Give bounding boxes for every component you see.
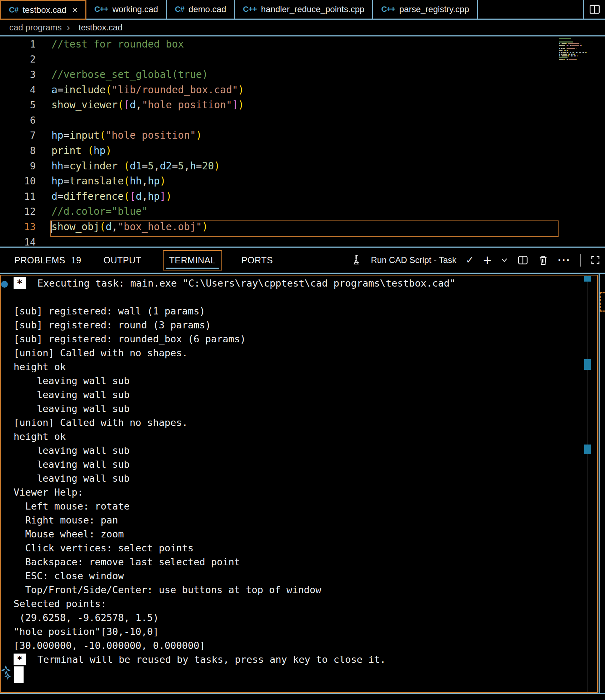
token-p1: ( [124,175,130,187]
minimap-line [559,48,587,49]
tab-demo.cad[interactable]: C#demo.cad [167,0,235,19]
token-fn: translate [70,175,124,187]
terminal-text: [sub] registered: rounded_box (6 params) [14,333,246,344]
token-v: d [51,190,58,202]
token-op: , [184,160,190,172]
terminal-row: [sub] registered: rounded_box (6 params) [14,332,597,346]
breadcrumb: cad programs › testbox.cad [0,20,605,36]
minimap[interactable] [559,38,587,62]
token-op: , [136,99,142,111]
terminal-row: leaving wall sub [14,457,597,471]
maximize-panel-button[interactable] [590,255,601,265]
token-p1: ) [202,221,208,233]
terminal-row: ESC: close window [14,569,597,583]
terminal-text: ESC: close window [14,570,124,581]
sparkle-icon[interactable] [1,665,13,682]
code-text: d=difference([d,hp]) [36,190,172,202]
panel-tab-ports[interactable]: PORTS [241,251,274,270]
split-terminal-button[interactable] [517,254,529,266]
token-n: 5 [148,160,154,172]
close-tab-icon[interactable]: × [72,5,78,15]
terminal-text: Left mouse: rotate [14,501,130,512]
tab-parse_registry.cpp[interactable]: C++parse_registry.cpp [373,0,478,19]
token-p1: ) [238,84,244,96]
token-v: d [136,190,142,202]
more-actions-button[interactable]: ··· [558,254,571,266]
terminal-row: [sub] registered: round (3 params) [14,318,597,332]
token-op: = [58,190,64,202]
scrollbar-mark [584,276,591,282]
line-number: 12 [0,206,36,217]
terminal-dropdown-button[interactable] [501,258,508,263]
panel-tab-label: PORTS [241,255,273,265]
token-cm: //verbose_set_global(true) [51,69,208,80]
token-v: hp [148,190,160,202]
code-editor[interactable]: 1//test for rounded box23//verbose_set_g… [0,36,605,247]
panel-tab-problems[interactable]: PROBLEMS19 [14,251,82,270]
cpp-file-icon: C++ [243,5,257,14]
token-fn: difference [64,190,124,202]
token-op [81,145,88,157]
panel-tab-terminal[interactable]: TERMINAL [163,250,222,270]
panel-tab-label: PROBLEMS [14,255,65,265]
breadcrumb-folder[interactable]: cad programs [9,23,62,33]
token-n: 20 [202,160,214,172]
code-line: 2 [0,52,605,67]
panel-header: PROBLEMS19OUTPUTTERMINALPORTS Run CAD Sc… [0,247,605,274]
token-v: hh [130,175,142,187]
split-editor-button[interactable] [583,0,605,19]
token-op: , [142,190,148,202]
line-number: 5 [0,99,36,110]
line-number: 6 [0,115,36,126]
split-editor-icon [589,3,601,15]
code-text: //test for rounded box [36,38,184,50]
tab-testbox.cad[interactable]: C#testbox.cad× [0,0,86,20]
token-p1: ( [88,145,94,157]
code-text: hp=input("hole position") [36,129,202,141]
token-fn: show_viewer [51,99,118,111]
minimap-line [559,57,587,58]
task-label[interactable]: Run CAD Script - Task [371,255,456,265]
minimap-line [559,55,587,56]
token-p1: ) [160,175,166,187]
terminal-text: height ok [14,361,66,372]
code-line: 1//test for rounded box [0,36,605,52]
code-line: 7hp=input("hole position") [0,128,605,143]
breadcrumb-file[interactable]: testbox.cad [75,23,122,33]
tab-handler_reduce_points.cpp[interactable]: C++handler_reduce_points.cpp [235,0,373,19]
trash-icon [538,254,549,266]
terminal-row: Selected points: [14,597,597,611]
line-number: 14 [0,237,36,247]
token-v: h [190,160,196,172]
new-terminal-button[interactable]: + [483,253,491,267]
terminal-scrollbar[interactable] [587,275,588,692]
line-number: 8 [0,145,36,156]
task-marker-badge: * [14,654,26,665]
terminal-row [14,290,597,304]
terminal-row: leaving wall sub [14,471,597,485]
minimap-line [559,52,587,53]
scrollbar-mark [584,359,591,370]
terminal-output[interactable]: * Executing task: main.exe "C:\Users\ray… [0,275,598,693]
terminal-text: (29.6258, -9.62578, 1.5) [14,612,159,623]
panel-actions-divider [580,254,581,267]
token-p2: [ [124,99,130,111]
token-fn: print [51,145,81,157]
token-p2: ] [232,99,238,111]
kill-terminal-button[interactable] [538,254,549,266]
code-lines: 1//test for rounded box23//verbose_set_g… [0,36,605,247]
token-cm: //test for rounded box [51,38,184,50]
tab-bar: C#testbox.cad×C++working.cadC#demo.cadC+… [0,0,605,20]
terminal-text: Terminal will be reused by tasks, press … [26,654,386,665]
terminal-row: Viewer Help: [14,485,597,499]
terminal-text: leaving wall sub [14,445,130,456]
terminal-text: [union] Called with no shapes. [14,417,188,428]
token-p1: ) [166,190,172,202]
panel-tab-output[interactable]: OUTPUT [103,251,142,270]
terminal-row: [sub] registered: wall (1 params) [14,304,597,318]
code-line: 8print (hp) [0,143,605,158]
tab-working.cad[interactable]: C++working.cad [86,0,167,19]
terminal-cursor [14,666,24,683]
line-number: 11 [0,191,36,202]
code-line: 6 [0,113,605,128]
